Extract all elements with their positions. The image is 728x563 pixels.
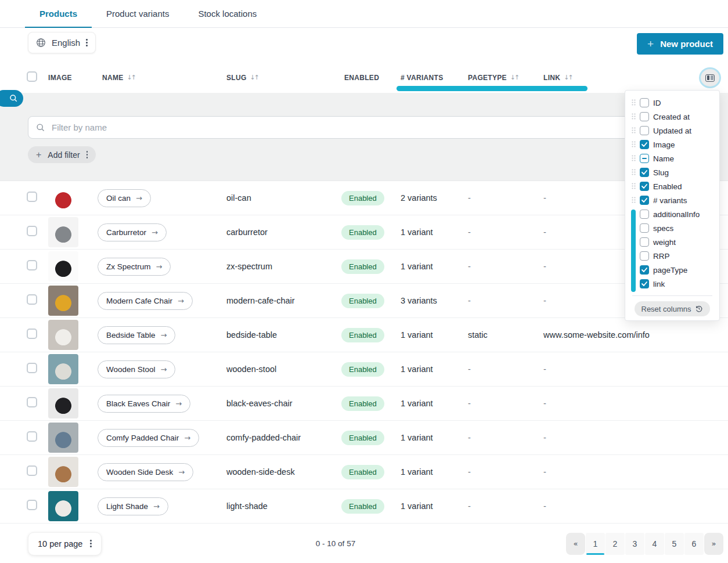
row-checkbox-cell [0,260,44,273]
indeterminate-checkbox[interactable] [640,154,649,163]
row-checkbox[interactable] [27,397,37,407]
row-enabled-cell: Enabled [340,396,396,411]
drag-handle-icon[interactable] [632,182,636,191]
tab-products[interactable]: Products [25,0,92,27]
drag-handle-icon[interactable] [632,127,636,135]
unchecked-checkbox[interactable] [640,223,649,233]
sort-icon[interactable]: ↓↑ [250,74,258,81]
header-name[interactable]: NAME↓↑ [93,74,222,82]
row-checkbox[interactable] [27,260,37,270]
product-name-link[interactable]: Black Eaves Chair→ [98,395,190,413]
row-checkbox[interactable] [27,363,37,373]
product-name-link[interactable]: Light Shade→ [98,497,168,515]
checked-checkbox[interactable] [640,168,649,177]
drag-handle-icon[interactable] [632,140,636,149]
filter-input[interactable] [51,122,711,133]
language-selector-button[interactable]: English [28,32,96,53]
unchecked-checkbox[interactable] [640,210,649,219]
page-button-6[interactable]: 6 [684,533,704,555]
dropdown-scrollbar[interactable] [631,210,636,292]
prev-page-button[interactable]: « [566,533,585,555]
drag-handle-icon[interactable] [632,168,636,177]
product-name-link[interactable]: Oil can→ [98,189,151,207]
column-option-created-at[interactable]: Created at [625,110,719,124]
page-button-2[interactable]: 2 [606,533,625,555]
drag-handle-icon[interactable] [632,196,636,205]
column-option-slug[interactable]: Slug [625,165,719,179]
row-checkbox[interactable] [27,294,37,305]
slug-value: black-eaves-chair [226,399,293,408]
row-checkbox[interactable] [27,329,37,339]
column-option-name[interactable]: Name [625,151,719,165]
add-filter-button[interactable]: + Add filter [28,146,96,163]
product-name-link[interactable]: Modern Cafe Chair→ [98,292,193,310]
tab-stock-locations[interactable]: Stock locations [183,0,271,27]
product-name-link[interactable]: Bedside Table→ [98,326,175,344]
product-name-link[interactable]: Wooden Stool→ [98,360,175,378]
product-name-label: Wooden Side Desk [106,468,173,477]
language-menu-icon[interactable] [86,39,88,46]
page-button-3[interactable]: 3 [625,533,644,555]
row-checkbox[interactable] [27,226,37,236]
column-option-enabled[interactable]: Enabled [625,179,719,193]
row-checkbox[interactable] [27,192,37,202]
unchecked-checkbox[interactable] [640,98,649,107]
header-image: IMAGE [44,74,93,82]
sort-icon[interactable]: ↓↑ [510,74,518,81]
select-all-checkbox[interactable] [27,71,37,82]
header-link[interactable]: LINK↓↑ [540,74,728,82]
column-option-rrp[interactable]: RRP [625,249,719,263]
page-button-5[interactable]: 5 [665,533,684,555]
column-option-id[interactable]: ID [625,96,719,110]
column-option--variants[interactable]: # variants [625,193,719,207]
column-option-label: Slug [653,168,669,177]
filter-menu-icon[interactable] [87,151,88,158]
drag-handle-icon[interactable] [632,99,636,107]
unchecked-checkbox[interactable] [640,237,649,247]
column-option-image[interactable]: Image [625,138,719,151]
product-name-link[interactable]: Wooden Side Desk→ [98,463,193,481]
checked-checkbox[interactable] [640,182,649,191]
row-image-cell [44,183,93,213]
next-page-button[interactable]: » [704,533,723,555]
per-page-menu-icon[interactable] [90,540,92,547]
row-pagetype-cell: - [464,295,540,306]
checked-checkbox[interactable] [640,196,649,205]
checked-checkbox[interactable] [640,279,649,288]
unchecked-checkbox[interactable] [640,112,649,121]
column-option-pagetype[interactable]: pageType [625,263,719,277]
search-toggle-button[interactable] [0,90,23,107]
row-checkbox[interactable] [27,431,37,442]
drag-handle-icon[interactable] [632,154,636,163]
checked-checkbox[interactable] [640,140,649,149]
unchecked-checkbox[interactable] [640,251,649,261]
column-option-weight[interactable]: weight [625,235,719,249]
tab-product-variants[interactable]: Product variants [92,0,183,27]
row-name-cell: Black Eaves Chair→ [93,395,222,413]
column-picker-button[interactable] [701,69,719,86]
header-pagetype[interactable]: PAGETYPE↓↑ [464,74,540,82]
filter-input-wrapper[interactable] [28,116,719,139]
horizontal-scrollbar[interactable] [397,86,588,91]
column-option-additionalinfo[interactable]: additionalInfo [625,207,719,221]
product-image [48,423,78,453]
column-option-updated-at[interactable]: Updated at [625,124,719,138]
sort-icon[interactable]: ↓↑ [564,74,572,81]
page-button-4[interactable]: 4 [645,533,664,555]
product-name-link[interactable]: Comfy Padded Chair→ [98,429,199,447]
sort-icon[interactable]: ↓↑ [127,74,135,81]
unchecked-checkbox[interactable] [640,126,649,135]
new-product-button[interactable]: + New product [637,33,723,55]
column-option-specs[interactable]: specs [625,221,719,235]
row-checkbox[interactable] [27,500,37,510]
row-checkbox[interactable] [27,465,37,476]
drag-handle-icon[interactable] [632,113,636,121]
checked-checkbox[interactable] [640,265,649,275]
reset-columns-button[interactable]: Reset columns [635,301,711,316]
column-option-link[interactable]: link [625,277,719,291]
per-page-selector[interactable]: 10 per page [28,532,102,555]
product-name-link[interactable]: Carburretor→ [98,223,167,241]
header-slug[interactable]: SLUG↓↑ [222,74,340,82]
product-name-link[interactable]: Zx Spectrum→ [98,258,171,276]
page-button-1[interactable]: 1 [586,533,605,555]
